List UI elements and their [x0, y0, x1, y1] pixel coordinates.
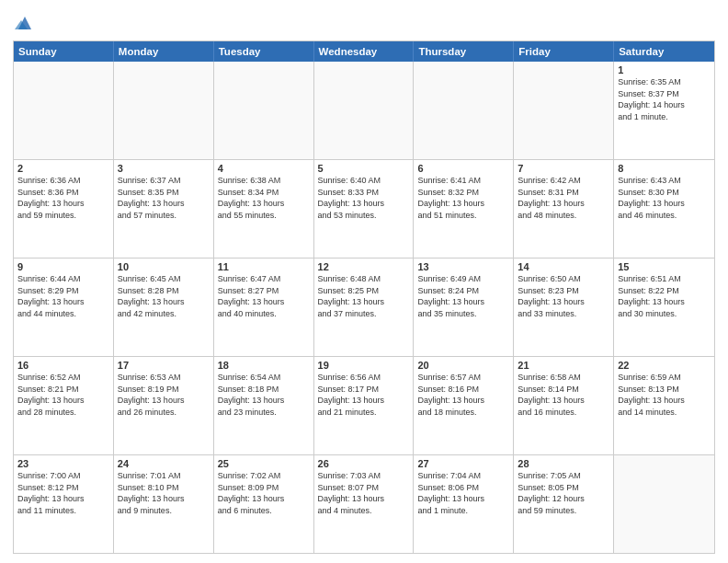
day-cell-19: 19Sunrise: 6:56 AM Sunset: 8:17 PM Dayli… [314, 357, 415, 454]
day-info: Sunrise: 6:58 AM Sunset: 8:14 PM Dayligh… [518, 372, 609, 418]
day-cell-25: 25Sunrise: 7:02 AM Sunset: 8:09 PM Dayli… [214, 455, 314, 553]
day-info: Sunrise: 6:37 AM Sunset: 8:35 PM Dayligh… [118, 175, 210, 221]
day-cell-26: 26Sunrise: 7:03 AM Sunset: 8:07 PM Dayli… [314, 455, 415, 553]
header-cell-tuesday: Tuesday [214, 41, 314, 62]
day-cell-2: 2Sunrise: 6:36 AM Sunset: 8:36 PM Daylig… [14, 160, 114, 258]
day-cell-18: 18Sunrise: 6:54 AM Sunset: 8:18 PM Dayli… [214, 357, 314, 454]
day-number: 10 [118, 261, 210, 272]
day-info: Sunrise: 6:38 AM Sunset: 8:34 PM Dayligh… [218, 175, 310, 221]
day-cell-20: 20Sunrise: 6:57 AM Sunset: 8:16 PM Dayli… [414, 357, 514, 454]
header-cell-monday: Monday [114, 41, 214, 62]
day-cell-7: 7Sunrise: 6:42 AM Sunset: 8:31 PM Daylig… [514, 160, 614, 258]
day-info: Sunrise: 6:45 AM Sunset: 8:28 PM Dayligh… [118, 273, 210, 319]
day-cell-24: 24Sunrise: 7:01 AM Sunset: 8:10 PM Dayli… [114, 455, 214, 553]
day-cell-28: 28Sunrise: 7:05 AM Sunset: 8:05 PM Dayli… [514, 455, 614, 553]
day-number: 9 [17, 261, 109, 272]
day-cell-12: 12Sunrise: 6:48 AM Sunset: 8:25 PM Dayli… [314, 259, 415, 356]
day-cell-13: 13Sunrise: 6:49 AM Sunset: 8:24 PM Dayli… [414, 259, 514, 356]
day-number: 26 [318, 458, 410, 469]
day-number: 6 [417, 163, 509, 174]
day-info: Sunrise: 6:57 AM Sunset: 8:16 PM Dayligh… [417, 372, 509, 418]
day-cell-6: 6Sunrise: 6:41 AM Sunset: 8:32 PM Daylig… [414, 160, 514, 258]
day-cell-empty [514, 62, 614, 159]
day-info: Sunrise: 6:42 AM Sunset: 8:31 PM Dayligh… [518, 175, 609, 221]
calendar-body: 1Sunrise: 6:35 AM Sunset: 8:37 PM Daylig… [14, 62, 714, 553]
day-cell-empty [414, 62, 514, 159]
day-info: Sunrise: 6:56 AM Sunset: 8:17 PM Dayligh… [318, 372, 410, 418]
day-info: Sunrise: 7:05 AM Sunset: 8:05 PM Dayligh… [518, 470, 609, 516]
day-number: 20 [417, 360, 509, 371]
day-info: Sunrise: 6:49 AM Sunset: 8:24 PM Dayligh… [417, 273, 509, 319]
day-number: 25 [218, 458, 310, 469]
day-number: 5 [318, 163, 410, 174]
day-info: Sunrise: 7:03 AM Sunset: 8:07 PM Dayligh… [318, 470, 410, 516]
day-cell-9: 9Sunrise: 6:44 AM Sunset: 8:29 PM Daylig… [14, 259, 114, 356]
day-info: Sunrise: 6:36 AM Sunset: 8:36 PM Dayligh… [17, 175, 109, 221]
header-cell-sunday: Sunday [14, 41, 114, 62]
day-cell-empty [614, 455, 714, 553]
day-number: 12 [318, 261, 410, 272]
day-info: Sunrise: 6:43 AM Sunset: 8:30 PM Dayligh… [618, 175, 711, 221]
day-cell-23: 23Sunrise: 7:00 AM Sunset: 8:12 PM Dayli… [14, 455, 114, 553]
day-cell-15: 15Sunrise: 6:51 AM Sunset: 8:22 PM Dayli… [614, 259, 714, 356]
day-number: 11 [218, 261, 310, 272]
header-cell-friday: Friday [514, 41, 614, 62]
day-cell-4: 4Sunrise: 6:38 AM Sunset: 8:34 PM Daylig… [214, 160, 314, 258]
day-number: 18 [218, 360, 310, 371]
page: SundayMondayTuesdayWednesdayThursdayFrid… [0, 0, 728, 563]
day-info: Sunrise: 6:40 AM Sunset: 8:33 PM Dayligh… [318, 175, 410, 221]
day-number: 4 [218, 163, 310, 174]
day-info: Sunrise: 7:04 AM Sunset: 8:06 PM Dayligh… [417, 470, 509, 516]
calendar-row-4: 23Sunrise: 7:00 AM Sunset: 8:12 PM Dayli… [14, 454, 714, 553]
day-number: 23 [17, 458, 109, 469]
day-cell-10: 10Sunrise: 6:45 AM Sunset: 8:28 PM Dayli… [114, 259, 214, 356]
day-info: Sunrise: 7:01 AM Sunset: 8:10 PM Dayligh… [118, 470, 210, 516]
day-info: Sunrise: 6:35 AM Sunset: 8:37 PM Dayligh… [618, 76, 711, 122]
calendar-row-2: 9Sunrise: 6:44 AM Sunset: 8:29 PM Daylig… [14, 258, 714, 356]
day-number: 2 [17, 163, 109, 174]
calendar-row-3: 16Sunrise: 6:52 AM Sunset: 8:21 PM Dayli… [14, 356, 714, 454]
day-number: 13 [417, 261, 509, 272]
day-cell-27: 27Sunrise: 7:04 AM Sunset: 8:06 PM Dayli… [414, 455, 514, 553]
day-cell-empty [14, 62, 114, 159]
day-number: 17 [118, 360, 210, 371]
day-info: Sunrise: 6:44 AM Sunset: 8:29 PM Dayligh… [17, 273, 109, 319]
header [13, 13, 715, 33]
day-cell-17: 17Sunrise: 6:53 AM Sunset: 8:19 PM Dayli… [114, 357, 214, 454]
day-cell-3: 3Sunrise: 6:37 AM Sunset: 8:35 PM Daylig… [114, 160, 214, 258]
day-cell-5: 5Sunrise: 6:40 AM Sunset: 8:33 PM Daylig… [314, 160, 415, 258]
day-cell-16: 16Sunrise: 6:52 AM Sunset: 8:21 PM Dayli… [14, 357, 114, 454]
day-cell-22: 22Sunrise: 6:59 AM Sunset: 8:13 PM Dayli… [614, 357, 714, 454]
day-info: Sunrise: 6:53 AM Sunset: 8:19 PM Dayligh… [118, 372, 210, 418]
day-number: 3 [118, 163, 210, 174]
day-number: 16 [17, 360, 109, 371]
day-number: 1 [618, 64, 711, 75]
day-cell-8: 8Sunrise: 6:43 AM Sunset: 8:30 PM Daylig… [614, 160, 714, 258]
day-info: Sunrise: 7:00 AM Sunset: 8:12 PM Dayligh… [17, 470, 109, 516]
calendar-header: SundayMondayTuesdayWednesdayThursdayFrid… [14, 41, 714, 62]
day-number: 24 [118, 458, 210, 469]
logo-icon [15, 13, 35, 33]
day-number: 19 [318, 360, 410, 371]
day-cell-14: 14Sunrise: 6:50 AM Sunset: 8:23 PM Dayli… [514, 259, 614, 356]
day-number: 21 [518, 360, 609, 371]
logo [13, 13, 35, 33]
day-cell-empty [114, 62, 214, 159]
day-info: Sunrise: 6:48 AM Sunset: 8:25 PM Dayligh… [318, 273, 410, 319]
day-number: 7 [518, 163, 609, 174]
calendar-row-1: 2Sunrise: 6:36 AM Sunset: 8:36 PM Daylig… [14, 159, 714, 258]
day-number: 14 [518, 261, 609, 272]
day-number: 27 [417, 458, 509, 469]
day-info: Sunrise: 6:54 AM Sunset: 8:18 PM Dayligh… [218, 372, 310, 418]
day-number: 22 [618, 360, 711, 371]
day-cell-11: 11Sunrise: 6:47 AM Sunset: 8:27 PM Dayli… [214, 259, 314, 356]
day-info: Sunrise: 6:50 AM Sunset: 8:23 PM Dayligh… [518, 273, 609, 319]
day-number: 8 [618, 163, 711, 174]
header-cell-saturday: Saturday [614, 41, 714, 62]
header-cell-thursday: Thursday [414, 41, 514, 62]
day-info: Sunrise: 6:51 AM Sunset: 8:22 PM Dayligh… [618, 273, 711, 319]
day-cell-21: 21Sunrise: 6:58 AM Sunset: 8:14 PM Dayli… [514, 357, 614, 454]
calendar: SundayMondayTuesdayWednesdayThursdayFrid… [13, 40, 715, 554]
day-info: Sunrise: 7:02 AM Sunset: 8:09 PM Dayligh… [218, 470, 310, 516]
day-number: 15 [618, 261, 711, 272]
